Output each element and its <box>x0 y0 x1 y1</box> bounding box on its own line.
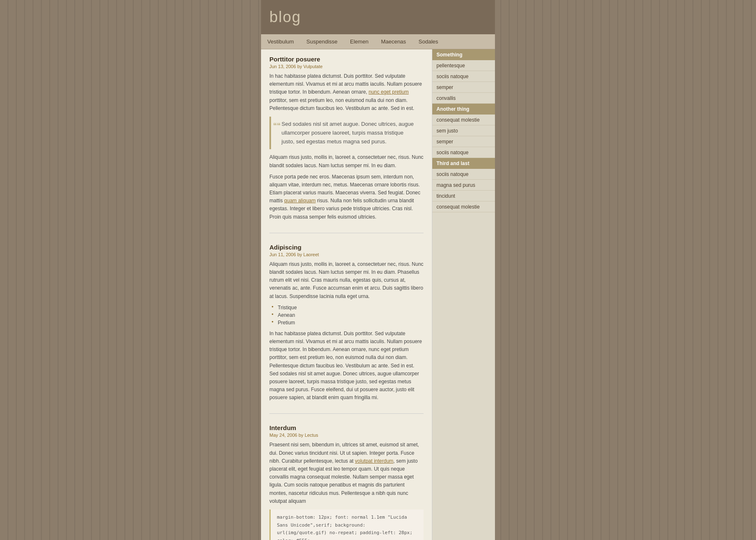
post-paragraph: In hac habitasse platea dictumst. Duis p… <box>269 72 424 112</box>
site-header: blog <box>261 0 495 34</box>
sidebar-link[interactable]: magna sed purus <box>436 182 475 188</box>
post-paragraph: Fusce porta pede nec eros. Maecenas ipsu… <box>269 173 424 221</box>
nav-item[interactable]: Sodales <box>412 34 444 49</box>
post-list: TristiqueAeneanPretium <box>278 304 424 326</box>
post-paragraph: Aliquam risus justo, mollis in, laoreet … <box>269 153 424 169</box>
sidebar-item[interactable]: semper <box>432 136 495 147</box>
inline-link[interactable]: quam aliquam <box>284 198 315 204</box>
post-title: Adipiscing <box>269 244 424 251</box>
sidebar-list: pellentesquesociis natoquesemperconvalli… <box>432 60 495 104</box>
post-paragraph: Aliquam risus justo, mollis in, laoreet … <box>269 260 424 301</box>
sidebar-link[interactable]: sociis natoque <box>436 74 469 79</box>
post-meta: Jun 11, 2006 by Laoreet <box>269 252 424 257</box>
sidebar-section-title: Another thing <box>432 104 495 115</box>
post-title: Porttitor posuere <box>269 56 424 63</box>
sidebar-item[interactable]: pellentesque <box>432 60 495 71</box>
sidebar-item[interactable]: consequat molestie <box>432 115 495 125</box>
sidebar-item[interactable]: tincidunt <box>432 191 495 201</box>
inline-link[interactable]: volutpat interdum <box>355 458 393 464</box>
sidebar-section: Third and last sociis natoquemagna sed p… <box>432 158 495 212</box>
blog-post: Adipiscing Jun 11, 2006 by Laoreet Aliqu… <box>269 244 424 414</box>
sidebar-link[interactable]: sem justo <box>436 128 458 134</box>
content-area: Porttitor posuere Jun 13, 2006 by Vulput… <box>261 49 495 540</box>
sidebar-link[interactable]: pellentesque <box>436 63 465 69</box>
main-content: Porttitor posuere Jun 13, 2006 by Vulput… <box>261 49 432 540</box>
inline-link[interactable]: nunc eget pretium <box>368 89 408 95</box>
main-nav: VestibulumSuspendisseElemenMaecenasSodal… <box>261 34 495 49</box>
sidebar-link[interactable]: semper <box>436 139 453 145</box>
list-item: Pretium <box>278 319 424 326</box>
nav-item[interactable]: Elemen <box>344 34 375 49</box>
post-paragraph: Praesent nisi sem, bibendum in, ultrices… <box>269 441 424 505</box>
sidebar-link[interactable]: consequat molestie <box>436 117 479 123</box>
sidebar: Something pellentesquesociis natoquesemp… <box>432 49 495 540</box>
sidebar-section: Another thing consequat molestiesem just… <box>432 104 495 158</box>
blog-post: Porttitor posuere Jun 13, 2006 by Vulput… <box>269 56 424 233</box>
post-paragraph: In hac habitasse platea dictumst. Duis p… <box>269 330 424 402</box>
sidebar-link[interactable]: sociis natoque <box>436 150 469 155</box>
nav-item[interactable]: Maecenas <box>375 34 412 49</box>
post-blockquote: Sed sodales nisl sit amet augue. Donec u… <box>269 117 424 149</box>
nav-item[interactable]: Vestibulum <box>261 34 300 49</box>
list-item: Tristique <box>278 304 424 311</box>
sidebar-item[interactable]: sem justo <box>432 125 495 136</box>
sidebar-link[interactable]: convallis <box>436 95 456 101</box>
sidebar-item[interactable]: convallis <box>432 93 495 104</box>
post-meta: Jun 13, 2006 by Vulputate <box>269 64 424 69</box>
sidebar-item[interactable]: sociis natoque <box>432 169 495 180</box>
post-title: Interdum <box>269 424 424 431</box>
site-title: blog <box>269 8 491 26</box>
code-block: margin-bottom: 12px; font: normal 1.1em … <box>269 509 424 540</box>
sidebar-item[interactable]: sociis natoque <box>432 147 495 158</box>
sidebar-link[interactable]: tincidunt <box>436 193 455 199</box>
sidebar-section-title: Third and last <box>432 158 495 169</box>
sidebar-link[interactable]: consequat molestie <box>436 204 479 210</box>
sidebar-section: Something pellentesquesociis natoquesemp… <box>432 49 495 104</box>
list-item: Aenean <box>278 311 424 319</box>
blog-post: Interdum May 24, 2006 by Lectus Praesent… <box>269 424 424 540</box>
sidebar-item[interactable]: magna sed purus <box>432 180 495 191</box>
sidebar-list: consequat molestiesem justosempersociis … <box>432 115 495 158</box>
sidebar-item[interactable]: consequat molestie <box>432 201 495 212</box>
sidebar-item[interactable]: sociis natoque <box>432 71 495 82</box>
sidebar-link[interactable]: semper <box>436 84 453 90</box>
sidebar-list: sociis natoquemagna sed purustinciduntco… <box>432 169 495 212</box>
post-meta: May 24, 2006 by Lectus <box>269 433 424 438</box>
sidebar-item[interactable]: semper <box>432 82 495 93</box>
sidebar-link[interactable]: sociis natoque <box>436 171 469 177</box>
nav-item[interactable]: Suspendisse <box>300 34 344 49</box>
sidebar-section-title: Something <box>432 49 495 60</box>
